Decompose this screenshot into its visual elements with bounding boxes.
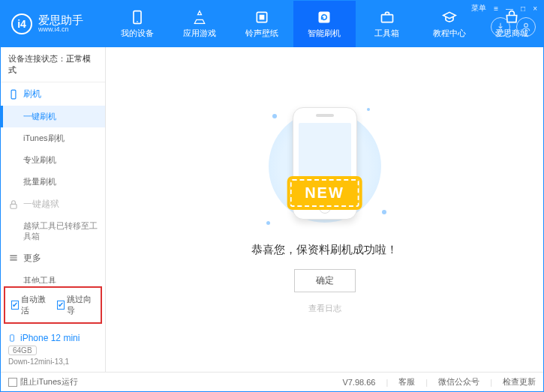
checkbox-skip-wizard[interactable]: ✔跳过向导 <box>57 294 95 316</box>
checkbox-auto-activate[interactable]: ✔自动激活 <box>11 294 50 316</box>
customer-service-link[interactable]: 客服 <box>398 376 415 388</box>
device-capacity: 64GB <box>8 346 37 355</box>
device-block[interactable]: iPhone 12 mini 64GB Down-12mini-13,1 <box>1 328 105 372</box>
view-log-link[interactable]: 查看日志 <box>250 303 400 314</box>
menu-icon[interactable]: ≡ <box>494 4 498 13</box>
svg-rect-3 <box>260 14 265 19</box>
svg-point-6 <box>524 23 528 27</box>
sidebar-section-more[interactable]: 更多 <box>1 247 105 270</box>
app-window: i4 爱思助手 www.i4.cn 我的设备 应用游戏 铃声壁纸 智能刷机 工具… <box>0 0 544 392</box>
sidebar-item-oneclick-flash[interactable]: 一键刷机 <box>1 106 105 127</box>
user-icon <box>521 22 531 32</box>
sidebar-list: 刷机 一键刷机 iTunes刷机 专业刷机 批量刷机 一键越狱 越狱工具已转移至… <box>1 82 105 283</box>
sidebar-item-itunes-flash[interactable]: iTunes刷机 <box>1 127 105 149</box>
account-actions <box>491 17 536 37</box>
svg-rect-4 <box>319 11 330 22</box>
brand: i4 爱思助手 www.i4.cn <box>1 1 106 47</box>
nav-toolbox[interactable]: 工具箱 <box>356 1 418 47</box>
user-button[interactable] <box>516 17 536 37</box>
brand-title: 爱思助手 <box>38 14 83 27</box>
sidebar-item-batch-flash[interactable]: 批量刷机 <box>1 171 105 193</box>
brand-subtitle: www.i4.cn <box>38 26 83 34</box>
confirm-button[interactable]: 确定 <box>294 269 356 292</box>
sidebar-item-pro-flash[interactable]: 专业刷机 <box>1 149 105 171</box>
svg-point-1 <box>137 21 138 22</box>
connection-status: 设备连接状态：正常模式 <box>1 47 105 82</box>
device-name: iPhone 12 mini <box>8 333 98 343</box>
wallpaper-icon <box>254 10 269 25</box>
nav-ringtones[interactable]: 铃声壁纸 <box>231 1 293 47</box>
minimize-button[interactable]: — <box>506 4 513 13</box>
sidebar-section-jailbreak: 一键越狱 <box>1 193 105 216</box>
svg-rect-7 <box>11 90 16 99</box>
jailbreak-note: 越狱工具已转移至工具箱 <box>1 216 105 247</box>
refresh-icon <box>317 10 332 25</box>
checkbox-checked-icon: ✔ <box>57 301 65 310</box>
svg-rect-8 <box>11 204 17 208</box>
lock-icon <box>8 199 19 210</box>
toolbox-icon <box>380 10 395 25</box>
wechat-link[interactable]: 微信公众号 <box>438 376 479 388</box>
footer: 阻止iTunes运行 V7.98.66 | 客服 | 微信公众号 | 检查更新 <box>1 372 543 391</box>
brand-logo-icon: i4 <box>11 13 32 34</box>
sidebar: 设备连接状态：正常模式 刷机 一键刷机 iTunes刷机 专业刷机 批量刷机 一… <box>1 47 106 372</box>
version-label: V7.98.66 <box>342 378 375 387</box>
flash-options-highlight: ✔自动激活 ✔跳过向导 <box>4 286 102 324</box>
nav-apps-games[interactable]: 应用游戏 <box>168 1 230 47</box>
checkbox-unchecked-icon <box>8 378 17 387</box>
menu-text[interactable]: 菜单 <box>471 3 486 13</box>
new-ribbon: NEW <box>290 179 359 207</box>
header: i4 爱思助手 www.i4.cn 我的设备 应用游戏 铃声壁纸 智能刷机 工具… <box>1 1 543 47</box>
sidebar-section-flash[interactable]: 刷机 <box>1 82 105 106</box>
phone-icon <box>130 10 145 25</box>
svg-rect-5 <box>381 14 392 22</box>
main-content: NEW 恭喜您，保资料刷机成功啦！ 确定 查看日志 <box>106 47 543 372</box>
svg-rect-9 <box>11 335 14 341</box>
checkbox-block-itunes[interactable]: 阻止iTunes运行 <box>8 376 78 388</box>
sidebar-item-other-tools[interactable]: 其他工具 <box>1 270 105 283</box>
device-firmware: Down-12mini-13,1 <box>8 358 98 366</box>
body: 设备连接状态：正常模式 刷机 一键刷机 iTunes刷机 专业刷机 批量刷机 一… <box>1 47 543 372</box>
check-update-link[interactable]: 检查更新 <box>503 376 536 388</box>
more-icon <box>8 253 19 263</box>
nav-smart-flash[interactable]: 智能刷机 <box>293 1 356 47</box>
success-message: 恭喜您，保资料刷机成功啦！ <box>250 243 400 257</box>
maximize-button[interactable]: □ <box>521 4 525 13</box>
device-icon <box>8 333 16 343</box>
graduation-icon <box>442 10 457 25</box>
download-button[interactable] <box>491 17 510 37</box>
download-icon <box>495 22 506 32</box>
phone-illustration: NEW <box>250 105 400 232</box>
apps-icon <box>192 10 207 25</box>
window-controls: 菜单 ≡ — □ × <box>465 1 543 16</box>
checkbox-checked-icon: ✔ <box>11 301 19 310</box>
close-button[interactable]: × <box>533 4 537 13</box>
nav-my-device[interactable]: 我的设备 <box>106 1 168 47</box>
phone-icon <box>8 89 19 100</box>
